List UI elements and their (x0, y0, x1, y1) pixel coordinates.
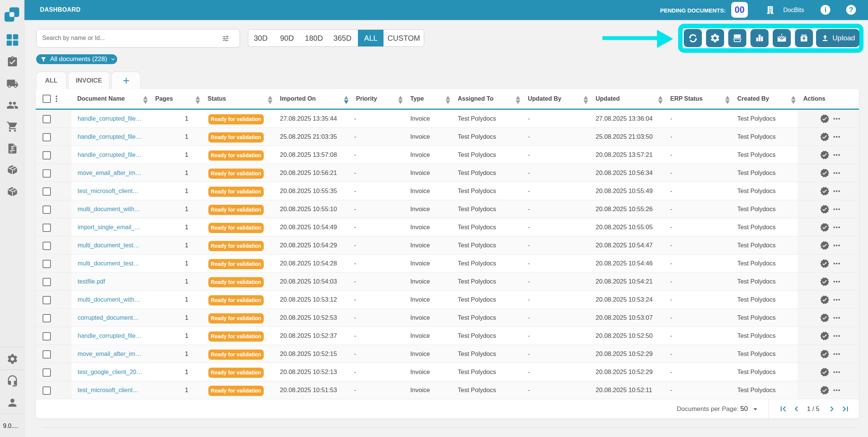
svg-text:$: $ (11, 145, 14, 150)
